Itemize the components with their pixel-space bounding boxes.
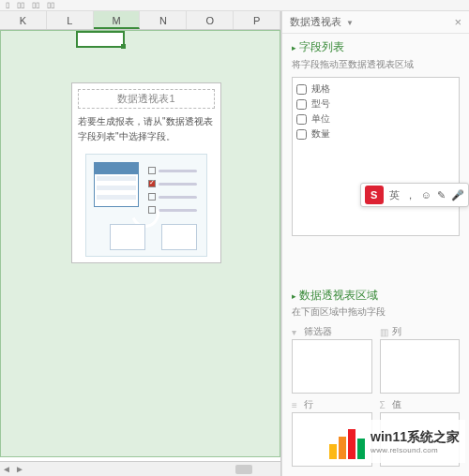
zone-filter-label: 筛选器 — [304, 325, 332, 338]
active-cell[interactable] — [76, 31, 125, 48]
field-checkbox[interactable] — [296, 99, 307, 110]
field-checkbox[interactable] — [296, 114, 307, 125]
zone-filter-drop[interactable] — [292, 339, 372, 394]
field-list-title: 字段列表 — [292, 39, 460, 55]
column-header[interactable]: L — [47, 11, 94, 29]
column-header[interactable]: O — [187, 11, 234, 29]
column-header[interactable]: K — [0, 11, 47, 29]
field-item[interactable]: 型号 — [296, 97, 455, 112]
field-label: 规格 — [311, 82, 330, 96]
ime-emoji-icon[interactable]: ☺ — [421, 189, 431, 201]
zone-row-label: 行 — [304, 398, 313, 411]
zone-value-label: 值 — [392, 398, 401, 411]
pivot-diagram-illustration — [85, 154, 207, 257]
row-icon: ≡ — [292, 400, 301, 409]
field-list-section: 字段列表 将字段拖动至数据透视表区域 规格型号单位数量 — [282, 34, 469, 242]
zone-column[interactable]: ▥列 — [380, 324, 461, 394]
spreadsheet-area[interactable]: KLMNOP 数据透视表1 若要生成报表，请从"数据透视表字段列表"中选择字段。 — [0, 11, 281, 476]
scroll-thumb[interactable] — [235, 465, 252, 474]
pivot-placeholder-message: 若要生成报表，请从"数据透视表字段列表"中选择字段。 — [78, 114, 215, 144]
zone-section-subtitle: 在下面区域中拖动字段 — [292, 305, 460, 319]
panel-dropdown-icon[interactable]: ▼ — [346, 19, 354, 27]
field-item[interactable]: 单位 — [296, 112, 455, 126]
ime-handwrite-icon[interactable]: ✎ — [437, 189, 446, 201]
field-list[interactable]: 规格型号单位数量 — [292, 77, 460, 236]
ime-voice-icon[interactable]: 🎤 — [451, 189, 464, 201]
ime-mode[interactable]: 英 — [389, 188, 400, 202]
value-icon: Σ — [380, 400, 389, 409]
scroll-left-icon[interactable]: ◄ — [0, 464, 13, 474]
column-headers: KLMNOP — [0, 11, 280, 30]
field-label: 数量 — [311, 127, 330, 141]
field-checkbox[interactable] — [296, 84, 307, 95]
ribbon-fragment: ▯▯▯▯▯▯▯ — [0, 0, 469, 11]
watermark-logo-icon — [329, 424, 365, 459]
fill-handle[interactable] — [121, 44, 126, 49]
watermark-url: www.relsound.com — [371, 446, 460, 454]
pivot-field-panel: 数据透视表 ▼ × 字段列表 将字段拖动至数据透视表区域 规格型号单位数量 数据… — [281, 11, 469, 476]
field-label: 型号 — [311, 97, 330, 111]
scroll-right-icon[interactable]: ► — [13, 464, 26, 474]
panel-header: 数据透视表 ▼ × — [282, 11, 469, 34]
field-item[interactable]: 规格 — [296, 82, 455, 97]
field-label: 单位 — [311, 112, 330, 126]
watermark-title: win11系统之家 — [371, 429, 460, 446]
column-header[interactable]: N — [140, 11, 187, 29]
column-header[interactable]: P — [234, 11, 280, 29]
sogou-logo-icon[interactable]: S — [365, 186, 384, 204]
main-area: KLMNOP 数据透视表1 若要生成报表，请从"数据透视表字段列表"中选择字段。 — [0, 11, 469, 476]
zone-filter[interactable]: ▾筛选器 — [292, 324, 372, 394]
watermark: win11系统之家 www.relsound.com — [324, 420, 465, 463]
field-checkbox[interactable] — [296, 129, 307, 140]
field-item[interactable]: 数量 — [296, 126, 455, 141]
pivot-canvas[interactable]: 数据透视表1 若要生成报表，请从"数据透视表字段列表"中选择字段。 — [0, 30, 280, 457]
field-list-subtitle: 将字段拖动至数据透视表区域 — [292, 58, 460, 71]
close-icon[interactable]: × — [454, 15, 461, 29]
pivot-placeholder-title: 数据透视表1 — [78, 89, 215, 109]
zone-section-title: 数据透视表区域 — [282, 284, 469, 304]
column-icon: ▥ — [380, 327, 389, 336]
column-header[interactable]: M — [94, 11, 141, 29]
ime-floating-bar[interactable]: S 英 ， ☺ ✎ 🎤 — [360, 183, 469, 207]
zone-column-label: 列 — [392, 325, 401, 338]
ime-punct-icon[interactable]: ， — [405, 188, 416, 202]
horizontal-scrollbar[interactable]: ◄ ► — [0, 461, 280, 476]
zone-column-drop[interactable] — [380, 339, 461, 394]
panel-title: 数据透视表 — [290, 16, 341, 27]
pivot-placeholder: 数据透视表1 若要生成报表，请从"数据透视表字段列表"中选择字段。 — [71, 82, 221, 263]
filter-icon: ▾ — [292, 327, 301, 336]
